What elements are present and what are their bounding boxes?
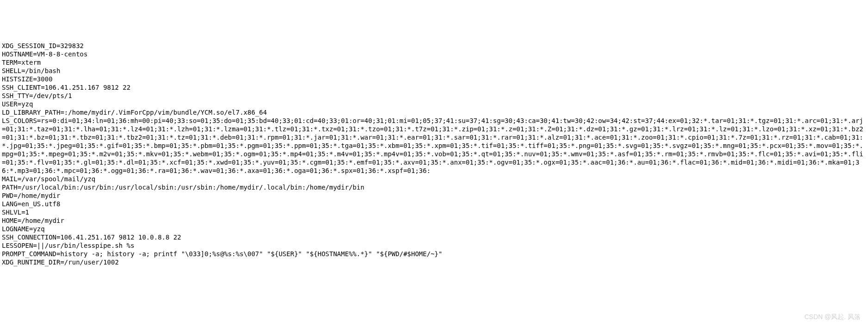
env-line: LOGNAME=yzq <box>2 225 45 233</box>
env-line: SSH_CONNECTION=106.41.251.167 9812 10.0.… <box>2 234 181 241</box>
env-line: SHLVL=1 <box>2 209 29 216</box>
env-line: LD_LIBRARY_PATH=:/home/mydir/.VimForCpp/… <box>2 109 267 116</box>
env-line: PROMPT_COMMAND=history -a; history -a; p… <box>2 250 442 258</box>
env-line: HISTSIZE=3000 <box>2 75 53 83</box>
env-line: MAIL=/var/spool/mail/yzq <box>2 175 95 183</box>
env-line: LANG=en_US.utf8 <box>2 200 60 208</box>
env-line: XDG_SESSION_ID=329832 <box>2 42 84 49</box>
env-line: HOME=/home/mydir <box>2 217 64 224</box>
env-line: PATH=/usr/local/bin:/usr/bin:/usr/local/… <box>2 184 364 191</box>
csdn-watermark: CSDN @风起. 风落 <box>804 313 861 321</box>
env-line: LS_COLORS=rs=0:di=01;34:ln=01;36:mh=00:p… <box>2 117 863 174</box>
env-line: SSH_CLIENT=106.41.251.167 9812 22 <box>2 84 130 91</box>
env-line: USER=yzq <box>2 100 33 108</box>
env-line: LESSOPEN=||/usr/bin/lesspipe.sh %s <box>2 242 135 249</box>
env-line: TERM=xterm <box>2 59 41 66</box>
env-line: SHELL=/bin/bash <box>2 67 60 74</box>
env-line: HOSTNAME=VM-8-8-centos <box>2 50 87 58</box>
env-line: SSH_TTY=/dev/pts/1 <box>2 92 72 99</box>
env-line: XDG_RUNTIME_DIR=/run/user/1002 <box>2 258 119 266</box>
terminal-output[interactable]: XDG_SESSION_ID=329832 HOSTNAME=VM-8-8-ce… <box>0 42 868 266</box>
env-line: PWD=/home/mydir <box>2 192 60 199</box>
